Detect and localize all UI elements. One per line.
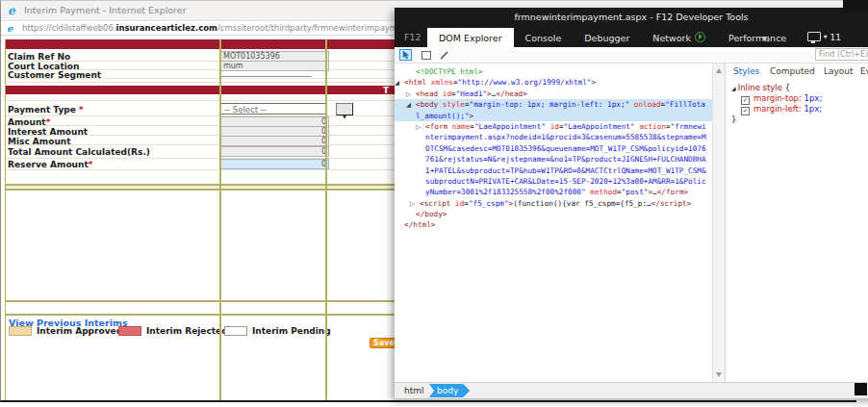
- styles-tab-styles[interactable]: Styles: [733, 66, 759, 76]
- style-rule-close: }: [726, 114, 868, 125]
- ie-logo-icon: e: [8, 5, 15, 16]
- secondary-dropdown[interactable]: ▼: [336, 103, 353, 115]
- style-rule-selector[interactable]: ◢Inline style {: [726, 83, 868, 93]
- styles-panel: StylesComputedLayoutEvents ◢Inline style…: [726, 64, 868, 382]
- edit-html-icon[interactable]: [439, 49, 451, 61]
- caret-down-icon: ▼: [824, 34, 828, 39]
- styles-tab-layout[interactable]: Layout: [824, 66, 854, 76]
- amount-label-0: Amount*: [8, 117, 50, 127]
- dom-node-line-7[interactable]: OTCSM&casedesc=MOT01035396&queuename=MOT…: [395, 143, 712, 154]
- f12-label: F12: [404, 32, 421, 42]
- styles-tab-computed[interactable]: Computed: [770, 66, 815, 76]
- style-property-1: ✓margin-left: 1px;: [726, 104, 868, 114]
- legend-swatch-0: [9, 326, 32, 336]
- customer-segment-input[interactable]: [220, 76, 312, 77]
- breadcrumb-bar: html body: [395, 382, 868, 398]
- table-border-col2: [325, 39, 327, 400]
- more-tabs-chevron-icon[interactable]: ▼: [762, 35, 767, 41]
- dom-node-line-4[interactable]: l_amount();">: [395, 111, 712, 121]
- amount-input-3[interactable]: 0: [220, 146, 329, 157]
- styles-tab-events[interactable]: Events: [860, 66, 868, 76]
- screenshot-stage: e Interim Payment - Internet Explorer e …: [0, 0, 868, 407]
- dom-tree-panel[interactable]: <!DOCTYPE html>◢<html xmlns="http://www.…: [395, 64, 712, 385]
- payment-type-select[interactable]: -- Select --: [220, 103, 326, 114]
- network-play-icon: [695, 32, 705, 42]
- resize-grip[interactable]: [855, 383, 867, 395]
- code-scrollbar[interactable]: [712, 64, 725, 382]
- amount-input-4[interactable]: 0: [220, 159, 329, 169]
- devtools-tab-console[interactable]: Console: [514, 28, 574, 48]
- info-label-0: Claim Ref No: [8, 52, 70, 62]
- rule-expand-icon[interactable]: ◢: [731, 85, 736, 91]
- legend-swatch-1: [118, 326, 141, 336]
- find-input[interactable]: Find (Ctrl+E): [815, 48, 868, 61]
- legend-label-1: Interim Rejected: [146, 326, 228, 336]
- devtools-titlebar: frmnewinterimpayment.aspx - F12 Develope…: [395, 8, 868, 27]
- dom-node-line-8[interactable]: 761&rejstatus=N&rejstepname=&no1=TP&prod…: [395, 154, 712, 165]
- amount-label-1: Interest Amount: [8, 127, 88, 137]
- legend-swatch-2: [224, 326, 247, 336]
- devtools-tab-performance[interactable]: Performance: [717, 28, 798, 48]
- devtools-toolbar: Find (Ctrl+E): [395, 47, 868, 64]
- scroll-up-icon[interactable]: [716, 68, 722, 73]
- dom-node-line-14[interactable]: </html>: [395, 219, 712, 230]
- devtools-tab-network[interactable]: Network: [641, 28, 717, 48]
- select-element-icon[interactable]: [399, 49, 412, 61]
- emulation-indicator[interactable]: ▼11: [807, 31, 841, 42]
- element-highlight-icon[interactable]: [420, 49, 432, 61]
- info-label-2: Customer Segment: [8, 70, 101, 80]
- devtools-tab-debugger[interactable]: Debugger: [573, 28, 641, 48]
- amount-label-4: Reserve Amount*: [8, 160, 92, 169]
- inline-style-rule: ◢Inline style { ✓margin-top: 1px;✓margin…: [726, 83, 868, 125]
- legend-label-2: Interim Pending: [252, 326, 331, 336]
- window-fragment-top-right: [843, 0, 868, 12]
- ie-page-icon: e: [7, 23, 13, 35]
- amount-label-2: Misc Amount: [8, 137, 71, 146]
- devtools-title: frmnewinterimpayment.aspx - F12 Develope…: [395, 12, 868, 22]
- dom-node-line-11[interactable]: yNumber=3001%2f183325558%2f00%2f000" met…: [395, 187, 712, 197]
- amount-input-2[interactable]: 0: [220, 136, 329, 146]
- devtools-tabbar: F12 DOM ExplorerConsoleDebuggerNetworkPe…: [395, 27, 868, 47]
- dom-node-line-5[interactable]: ▷<form name="LaeAppointment" id="LaeAppo…: [395, 121, 712, 132]
- dom-node-line-13[interactable]: </body>: [395, 209, 712, 219]
- dom-node-line-10[interactable]: subproductN=PRIVATE+CAR&LDate=15-SEP-202…: [395, 176, 712, 187]
- style-property-0: ✓margin-top: 1px;: [726, 93, 868, 104]
- devtools-window: frmnewinterimpayment.aspx - F12 Develope…: [395, 8, 868, 398]
- table-border-col1: [219, 39, 221, 400]
- dom-node-line-0[interactable]: <!DOCTYPE html>: [395, 66, 712, 77]
- section-heading-fragment: T: [383, 86, 389, 95]
- dom-node-line-6[interactable]: nterimpayment.aspx?nodeid=1&procid=3&cas…: [395, 132, 712, 142]
- scroll-down-icon[interactable]: [716, 372, 722, 377]
- payment-type-label: Payment Type *: [8, 105, 84, 114]
- devtools-tab-dom-explorer[interactable]: DOM Explorer: [427, 28, 514, 48]
- dom-node-line-12[interactable]: ▷<script id="f5_cspm">(function(){var f5…: [395, 198, 712, 209]
- dom-node-line-9[interactable]: I+PATEL&subproduct=TP&hub=W1TP&RO=0&MACT…: [395, 165, 712, 176]
- breadcrumb-body[interactable]: body: [429, 384, 470, 397]
- dom-node-line-2[interactable]: ▷<head id="Head1">…</head>: [395, 89, 712, 99]
- table-border-left: [5, 39, 6, 400]
- window-title: Interim Payment - Internet Explorer: [24, 5, 187, 15]
- dom-node-line-1[interactable]: ◢<html xmlns="http://www.w3.org/1999/xht…: [395, 77, 712, 88]
- legend-label-0: Interim Approved: [37, 326, 122, 336]
- chevron-down-icon: ▼: [343, 113, 347, 119]
- device-monitor-icon: [807, 32, 821, 41]
- dom-node-line-3[interactable]: ◢<body style="margin-top: 1px; margin-le…: [395, 99, 712, 110]
- amount-label-3: Total Amount Calculated(Rs.): [8, 147, 150, 157]
- breadcrumb-html[interactable]: html: [404, 386, 424, 395]
- info-value-1[interactable]: mum: [220, 61, 329, 71]
